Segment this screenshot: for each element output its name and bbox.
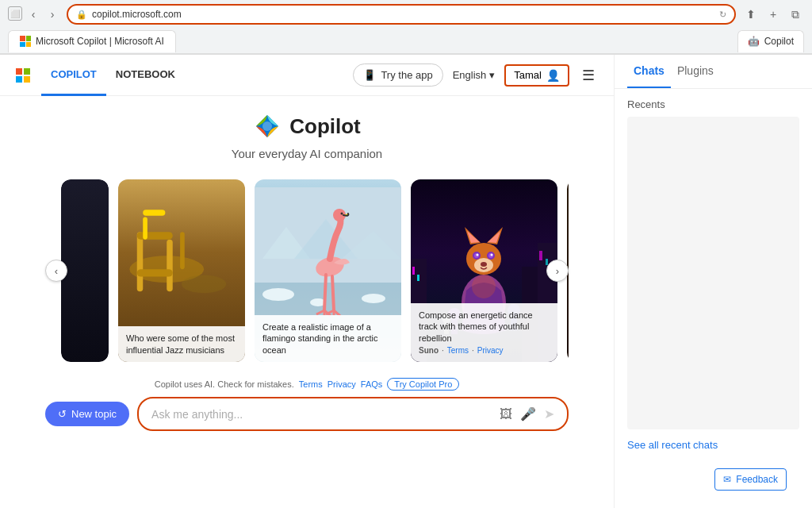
browser-toolbar: ⬜ ‹ › 🔒 copilot.microsoft.com ↻ ⬆ + ⧉ <box>0 0 812 29</box>
nav-copilot[interactable]: COPILOT <box>41 55 106 96</box>
tab-label: Microsoft Copilot | Microsoft AI <box>36 36 164 47</box>
new-tab-btn[interactable]: + <box>764 6 782 23</box>
svg-point-48 <box>477 254 479 256</box>
card-dark-bg <box>61 179 109 362</box>
bottom-bar: Copilot uses AI. Check for mistakes. Ter… <box>29 378 584 441</box>
carousel-next-button[interactable]: › <box>546 260 569 282</box>
main-container: COPILOT NOTEBOOK 📱 Try the app English ▾… <box>0 55 812 508</box>
hero-title: Copilot <box>289 114 361 139</box>
browser-actions: ⬆ + ⧉ <box>742 6 804 23</box>
hero-logo: Copilot <box>253 112 361 140</box>
new-topic-label: New topic <box>71 408 117 420</box>
chat-input-icons: 🖼 🎤 ➤ <box>500 406 554 421</box>
nav-links: COPILOT NOTEBOOK <box>41 55 185 96</box>
svg-point-10 <box>182 275 226 294</box>
language-button[interactable]: English ▾ <box>453 69 496 81</box>
chat-input[interactable]: Ask me anything... 🖼 🎤 ➤ <box>137 397 569 431</box>
feedback-button[interactable]: ✉ Feedback <box>714 468 787 491</box>
card-trombone[interactable]: Who were some of the most influential Ja… <box>118 179 245 362</box>
terms-link[interactable]: Terms <box>299 379 323 389</box>
svg-rect-4 <box>137 232 173 239</box>
svg-point-0 <box>262 121 272 131</box>
menu-button[interactable]: ☰ <box>579 64 598 87</box>
carousel-wrap: ‹ <box>45 173 569 368</box>
svg-rect-7 <box>143 210 165 216</box>
svg-rect-34 <box>417 275 419 281</box>
main-tab[interactable]: Microsoft Copilot | Microsoft AI <box>8 30 176 52</box>
copilot-tab[interactable]: 🤖 Copilot <box>737 30 804 52</box>
tab-chats[interactable]: Chats <box>627 55 671 88</box>
suno-privacy-link[interactable]: Privacy <box>477 345 504 356</box>
url-text: copilot.microsoft.com <box>92 9 714 20</box>
copilot-nav: COPILOT NOTEBOOK 📱 Try the app English ▾… <box>0 55 614 96</box>
see-all-chats-link[interactable]: See all recent chats <box>627 439 799 451</box>
privacy-link[interactable]: Privacy <box>327 379 356 389</box>
svg-point-50 <box>481 262 487 267</box>
new-topic-icon: ↺ <box>58 408 67 420</box>
language-label: English <box>453 69 487 81</box>
nav-logo: COPILOT NOTEBOOK <box>16 55 185 96</box>
svg-rect-33 <box>412 267 415 275</box>
ms-favicon <box>20 36 31 47</box>
copilot-tab-icon: 🤖 <box>748 36 760 47</box>
address-bar[interactable]: 🔒 copilot.microsoft.com ↻ <box>67 4 736 25</box>
feedback-icon: ✉ <box>723 474 731 485</box>
svg-point-49 <box>491 254 493 256</box>
card-flamingo[interactable]: Create a realistic image of a flamingo s… <box>255 179 401 362</box>
address-bar-wrap: 🔒 copilot.microsoft.com ↻ <box>67 4 736 25</box>
svg-point-21 <box>341 213 343 215</box>
copilot-hero: Copilot Your everyday AI companion <box>232 112 382 160</box>
chevron-down-icon: ▾ <box>489 69 495 81</box>
faqs-link[interactable]: FAQs <box>361 379 383 389</box>
copilot-tab-label: Copilot <box>764 36 794 47</box>
try-copilot-pro-button[interactable]: Try Copilot Pro <box>387 378 459 391</box>
right-panel-tabs: Chats Plugins <box>615 55 812 89</box>
svg-rect-2 <box>137 232 144 291</box>
hero-subtitle: Your everyday AI companion <box>232 147 382 160</box>
svg-point-57 <box>472 275 496 298</box>
tab-plugins[interactable]: Plugins <box>671 55 720 88</box>
nav-notebook[interactable]: NOTEBOOK <box>106 55 185 96</box>
user-icon: 👤 <box>546 69 560 82</box>
carousel: Who were some of the most influential Ja… <box>45 173 569 368</box>
ms-logo-icon <box>16 68 30 83</box>
window-tile-btn[interactable]: ⬜ <box>8 6 22 21</box>
send-icon[interactable]: ➤ <box>544 406 554 421</box>
microphone-icon[interactable]: 🎤 <box>520 406 536 421</box>
browser-chrome: ⬜ ‹ › 🔒 copilot.microsoft.com ↻ ⬆ + ⧉ <box>0 0 812 55</box>
user-button[interactable]: Tamal 👤 <box>504 64 569 87</box>
refresh-icon: ↻ <box>719 10 726 20</box>
card-flamingo-caption: Create a realistic image of a flamingo s… <box>255 315 401 362</box>
carousel-prev-button[interactable]: ‹ <box>45 260 67 282</box>
window-controls: ⬜ ‹ › <box>8 6 60 22</box>
svg-line-22 <box>324 275 326 310</box>
card-dark-partial[interactable] <box>61 179 109 362</box>
flamingo-illustration <box>255 179 401 338</box>
try-app-button[interactable]: 📱 Try the app <box>353 64 442 87</box>
svg-line-23 <box>332 276 334 310</box>
svg-rect-3 <box>167 240 173 292</box>
forward-btn[interactable]: › <box>44 6 60 22</box>
svg-rect-9 <box>180 232 185 269</box>
nav-right: 📱 Try the app English ▾ Tamal 👤 ☰ <box>353 64 598 87</box>
svg-rect-35 <box>539 251 542 260</box>
back-btn[interactable]: ‹ <box>25 6 41 22</box>
suno-info: Suno · Terms · Privacy <box>419 345 550 356</box>
svg-rect-5 <box>137 269 173 276</box>
new-topic-button[interactable]: ↺ New topic <box>45 402 129 426</box>
card-fox[interactable]: Compose an energetic dance track with th… <box>411 179 557 362</box>
card-trombone-caption: Who were some of the most influential Ja… <box>118 326 245 362</box>
copilot-content: Copilot Your everyday AI companion ‹ <box>0 96 614 508</box>
sidebar-btn[interactable]: ⧉ <box>787 6 804 23</box>
chat-placeholder: Ask me anything... <box>151 408 243 421</box>
suno-terms-link[interactable]: Terms <box>447 345 469 356</box>
copilot-gem-icon <box>253 112 282 140</box>
tab-right: 🤖 Copilot <box>737 30 804 52</box>
svg-point-13 <box>262 288 294 301</box>
share-btn[interactable]: ⬆ <box>742 6 760 23</box>
disclaimer-main: Copilot uses AI. Check for mistakes. <box>155 379 294 389</box>
image-input-icon[interactable]: 🖼 <box>500 407 512 421</box>
card-fox-caption: Compose an energetic dance track with th… <box>411 303 557 362</box>
phone-icon: 📱 <box>363 69 376 81</box>
try-app-label: Try the app <box>381 69 432 81</box>
